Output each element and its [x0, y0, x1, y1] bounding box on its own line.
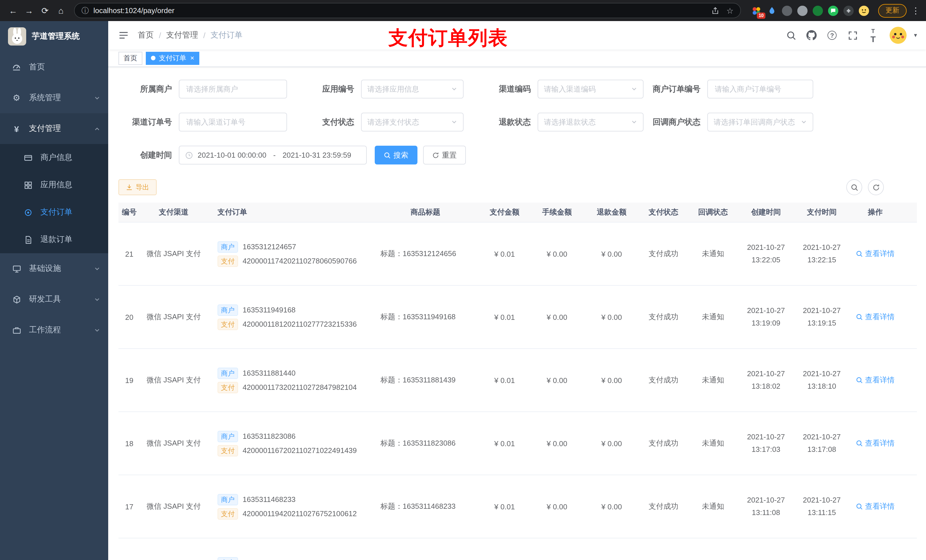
app-no-select[interactable]: 请选择应用信息	[361, 80, 464, 98]
breadcrumb-home[interactable]: 首页	[138, 30, 154, 41]
view-detail-link[interactable]: 查看详情	[856, 375, 895, 385]
view-detail-link[interactable]: 查看详情	[856, 312, 895, 322]
back-icon[interactable]: ←	[6, 3, 21, 18]
sidebar-item-merchant-info[interactable]: 商户信息	[0, 144, 108, 171]
reload-icon[interactable]: ⟳	[38, 3, 52, 18]
view-detail-link[interactable]: 查看详情	[856, 438, 895, 448]
cell-created-time: 2021-10-27 13:11:08	[738, 494, 794, 519]
sidebar-item-refund-order[interactable]: 退款订单	[0, 226, 108, 253]
home-icon[interactable]: ⌂	[53, 3, 68, 18]
sidebar-item-label: 支付订单	[41, 207, 72, 217]
channel-order-no-input[interactable]	[179, 113, 287, 131]
site-info-icon[interactable]: ⓘ	[82, 5, 89, 16]
droplet-extension-icon[interactable]	[767, 5, 777, 16]
extension-icon[interactable]: 10	[751, 5, 761, 16]
address-bar[interactable]: ⓘ localhost:1024/pay/order ☆	[74, 3, 741, 18]
chat-extension-icon[interactable]	[828, 5, 838, 16]
user-avatar[interactable]	[890, 27, 906, 44]
search-icon[interactable]	[784, 28, 799, 43]
filter-refund-status: 退款状态 请选择退款状态	[464, 113, 643, 131]
column-header: 创建时间	[738, 207, 794, 217]
channel-order-no-field[interactable]	[185, 117, 281, 127]
filter-row: 创建时间 2021-10-01 00:00:00 - 2021-10-31 23…	[118, 146, 917, 165]
filter-label: 所属商户	[118, 84, 179, 94]
cell-paid-time: 2021-10-27 13:18:10	[794, 368, 850, 393]
created-date: 2021-10-27	[738, 305, 794, 317]
cell-amount: ¥ 0.01	[480, 439, 530, 448]
filter-label: 渠道订单号	[118, 117, 179, 127]
cell-fee: ¥ 0.00	[530, 376, 584, 385]
date-separator: -	[273, 151, 275, 159]
sidebar-item-workflow[interactable]: 工作流程	[0, 315, 108, 346]
merchant-order-no: 1635311468233	[243, 495, 295, 504]
tab-label: 首页	[124, 53, 137, 63]
create-time-range-picker[interactable]: 2021-10-01 00:00:00 - 2021-10-31 23:59:5…	[179, 146, 367, 165]
refresh-icon[interactable]	[868, 179, 884, 195]
sidebar-item-app-info[interactable]: 应用信息	[0, 171, 108, 199]
help-icon[interactable]: ?	[825, 28, 840, 43]
app-logo[interactable]: 芋道管理系统	[0, 21, 108, 52]
paid-date: 2021-10-27	[794, 431, 850, 443]
view-detail-label: 查看详情	[865, 375, 895, 385]
cell-title: 标题：1635311949168	[371, 312, 480, 322]
paid-date: 2021-10-27	[794, 241, 850, 254]
cell-refund: ¥ 0.00	[584, 313, 639, 321]
hamburger-icon[interactable]	[118, 30, 129, 41]
merchant-input[interactable]	[185, 84, 281, 94]
merchant-order-no-input[interactable]	[707, 80, 813, 98]
reset-button[interactable]: 重置	[423, 146, 466, 165]
puzzle-extension-icon[interactable]	[843, 5, 854, 16]
search-button[interactable]: 搜索	[375, 146, 418, 165]
github-icon[interactable]	[804, 28, 819, 43]
created-time: 13:11:08	[738, 507, 794, 519]
cell-notify-status: 未通知	[688, 312, 738, 322]
merchant-order-no-field[interactable]	[714, 84, 807, 94]
merchant-filter-input[interactable]	[179, 80, 287, 98]
cell-pay-status: 支付成功	[639, 501, 688, 512]
toggle-search-icon[interactable]	[846, 179, 862, 195]
sidebar-item-system[interactable]: ⚙ 系统管理	[0, 83, 108, 113]
sidebar-item-home[interactable]: 首页	[0, 52, 108, 83]
notify-status-select[interactable]: 请选择订单回调商户状态	[707, 113, 813, 131]
tab-home[interactable]: 首页	[118, 51, 142, 65]
font-size-icon[interactable]: TT	[865, 28, 881, 43]
share-icon[interactable]	[711, 6, 720, 15]
view-detail-link[interactable]: 查看详情	[856, 501, 895, 512]
sidebar-menu: 首页 ⚙ 系统管理 ¥ 支付管理	[0, 52, 108, 346]
chevron-down-icon	[801, 119, 807, 125]
filter-notify-status: 回调商户状态 请选择订单回调商户状态	[643, 113, 813, 131]
browser-update-button[interactable]: 更新	[878, 4, 906, 17]
pay-status-select[interactable]: 请选择支付状态	[361, 113, 464, 131]
browser-menu-icon[interactable]: ⋮	[911, 5, 920, 16]
filter-pay-status: 支付状态 请选择支付状态	[287, 113, 464, 131]
sidebar-item-pay-order[interactable]: 支付订单	[0, 199, 108, 226]
smiley-extension-icon[interactable]	[859, 5, 869, 16]
close-tab-icon[interactable]: ×	[190, 54, 194, 62]
extension-icon[interactable]	[813, 5, 823, 16]
export-button[interactable]: 导出	[118, 179, 157, 195]
cell-created-time: 2021-10-27 13:22:05	[738, 241, 794, 266]
pay-order-no: 4200001174202110278060590766	[243, 257, 357, 265]
sidebar-item-pay[interactable]: ¥ 支付管理	[0, 113, 108, 144]
column-header: 操作	[850, 207, 901, 217]
tab-pay-order[interactable]: 支付订单 ×	[146, 51, 199, 65]
column-header: 支付订单	[207, 207, 371, 217]
merchant-order-no: 16353115	[243, 558, 275, 560]
bookmark-star-icon[interactable]: ☆	[726, 6, 734, 15]
sidebar-item-infra[interactable]: 基础设施	[0, 253, 108, 284]
extension-icon[interactable]	[782, 5, 792, 16]
view-detail-link[interactable]: 查看详情	[856, 249, 895, 259]
cell-created-time: 2021-10-27 13:17:03	[738, 431, 794, 456]
refund-status-select[interactable]: 请选择退款状态	[538, 113, 643, 131]
sidebar-item-dev-tools[interactable]: 研发工具	[0, 284, 108, 315]
pay-order-line: 支付 4200001173202110272847982104	[218, 382, 371, 393]
avatar-caret-icon[interactable]: ▼	[913, 32, 918, 38]
cell-notify-status: 未通知	[688, 375, 738, 385]
breadcrumb-section[interactable]: 支付管理	[166, 30, 198, 41]
cell-title: 标题：1635311468233	[371, 501, 480, 512]
fullscreen-icon[interactable]	[845, 28, 860, 43]
forward-icon[interactable]: →	[22, 3, 36, 18]
select-placeholder: 请选择支付状态	[367, 117, 448, 127]
channel-code-select[interactable]: 请输入渠道编码	[538, 80, 643, 98]
extension-icon[interactable]	[797, 5, 808, 16]
